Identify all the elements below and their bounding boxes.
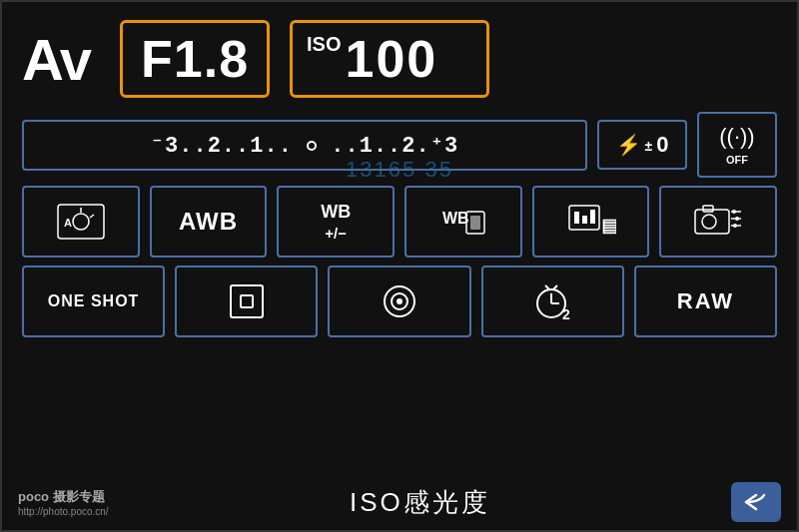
svg-rect-11 bbox=[582, 216, 587, 224]
af-point-icon bbox=[227, 281, 267, 321]
wifi-box[interactable]: ((·)) OFF bbox=[697, 112, 777, 178]
awb-label: AWB bbox=[179, 208, 238, 236]
wb-adj-cell[interactable]: WB +/− bbox=[277, 186, 395, 258]
svg-text:WB: WB bbox=[442, 210, 469, 227]
af-mode-cell[interactable]: ONE SHOT bbox=[22, 266, 165, 337]
svg-rect-23 bbox=[231, 285, 263, 317]
svg-text:▤: ▤ bbox=[601, 216, 616, 236]
metering-icon: A bbox=[56, 203, 106, 241]
wifi-status: OFF bbox=[726, 154, 748, 166]
svg-text:A: A bbox=[64, 217, 72, 229]
svg-text:2: 2 bbox=[562, 306, 570, 321]
svg-point-21 bbox=[735, 217, 739, 221]
aperture-box[interactable]: F1.8 bbox=[120, 20, 270, 98]
self-timer-cell[interactable]: 2 bbox=[481, 266, 624, 337]
poco-url: http://photo.poco.cn/ bbox=[18, 506, 109, 517]
svg-rect-14 bbox=[695, 210, 729, 234]
wb-bracket-icon: WB bbox=[438, 202, 488, 242]
raw-label: RAW bbox=[677, 288, 734, 314]
drive-mode-icon bbox=[380, 281, 419, 321]
svg-point-20 bbox=[732, 210, 736, 214]
camera-settings-icon bbox=[693, 202, 743, 242]
metering-cell[interactable]: A bbox=[22, 186, 140, 258]
svg-line-31 bbox=[545, 285, 549, 289]
flash-icon: ⚡ bbox=[616, 133, 641, 157]
self-timer-icon: 2 bbox=[529, 281, 575, 321]
iso-box[interactable]: ISO 100 bbox=[290, 20, 489, 98]
exposure-scale-box[interactable]: ⁻3..2..1.. ..1..2.⁺3 bbox=[22, 120, 587, 171]
back-icon bbox=[742, 491, 770, 513]
svg-point-22 bbox=[733, 224, 737, 228]
svg-rect-12 bbox=[590, 210, 595, 224]
grid-row-1: A AWB WB +/− WB bbox=[2, 182, 797, 262]
mode-label: Av bbox=[22, 26, 90, 93]
flash-comp-value: 0 bbox=[656, 132, 668, 158]
poco-logo: poco 摄影专题 http://photo.poco.cn/ bbox=[18, 488, 109, 517]
af-mode-label: ONE SHOT bbox=[48, 292, 140, 310]
flash-comp-box[interactable]: ⚡ ± 0 bbox=[597, 120, 687, 170]
iso-value: 100 bbox=[346, 29, 438, 89]
wb-adj-sign: +/− bbox=[325, 225, 347, 242]
raw-cell[interactable]: RAW bbox=[634, 266, 777, 337]
wb-bracket-cell[interactable]: WB bbox=[404, 186, 522, 258]
svg-rect-16 bbox=[703, 206, 713, 212]
exposure-row: ⁻3..2..1.. ..1..2.⁺3 ⚡ ± 0 ((·)) OFF bbox=[2, 108, 797, 182]
iso-bottom-label: ISO感光度 bbox=[350, 485, 490, 520]
iso-label: ISO bbox=[307, 33, 341, 56]
wb-adj-label: WB bbox=[321, 202, 351, 223]
camera-screen: Av F1.8 ISO 100 ⁻3..2..1.. ..1..2.⁺3 ⚡ ±… bbox=[0, 0, 799, 532]
camera-settings-cell[interactable] bbox=[659, 186, 777, 258]
quality-icon: ▤ bbox=[566, 202, 616, 242]
flash-comp-sign: ± bbox=[645, 138, 653, 154]
bottom-bar: poco 摄影专题 http://photo.poco.cn/ ISO感光度 bbox=[2, 474, 797, 530]
af-point-cell[interactable] bbox=[175, 266, 318, 337]
exposure-scale: ⁻3..2..1.. ..1..2.⁺3 bbox=[40, 132, 569, 159]
drive-mode-cell[interactable] bbox=[328, 266, 470, 337]
back-button[interactable] bbox=[731, 482, 781, 522]
grid-row-2: ONE SHOT bbox=[2, 262, 797, 341]
svg-point-27 bbox=[397, 298, 402, 304]
svg-line-4 bbox=[90, 215, 94, 218]
svg-rect-8 bbox=[470, 216, 480, 230]
wifi-icon: ((·)) bbox=[719, 124, 755, 154]
svg-rect-24 bbox=[241, 295, 253, 307]
top-row: Av F1.8 ISO 100 bbox=[2, 2, 797, 108]
svg-point-2 bbox=[73, 214, 89, 230]
poco-brand: poco 摄影专题 bbox=[18, 488, 109, 506]
exposure-indicator bbox=[307, 141, 317, 151]
svg-text:((·)): ((·)) bbox=[719, 124, 754, 149]
svg-point-15 bbox=[702, 215, 716, 229]
svg-rect-10 bbox=[574, 212, 579, 224]
awb-cell[interactable]: AWB bbox=[150, 186, 268, 258]
svg-line-32 bbox=[553, 285, 557, 289]
quality-cell[interactable]: ▤ bbox=[532, 186, 650, 258]
